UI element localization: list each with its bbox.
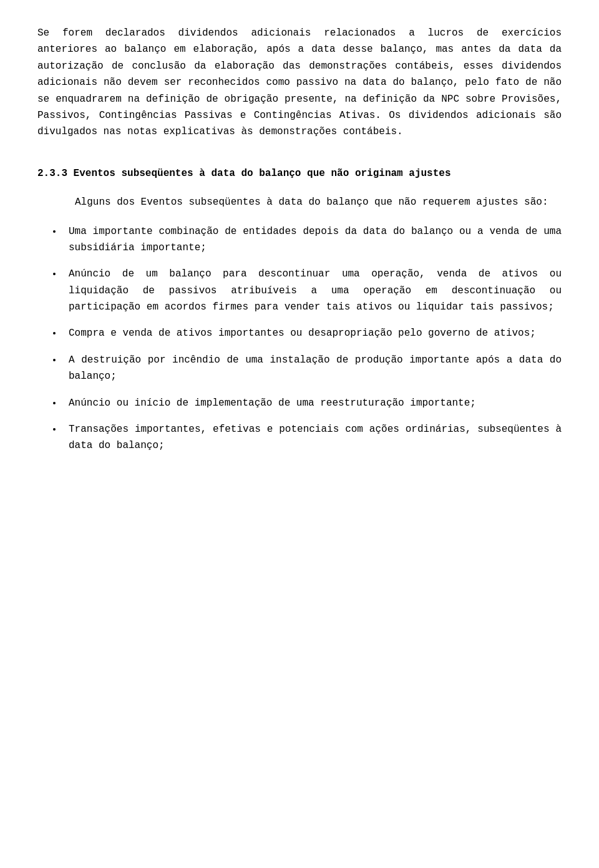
paragraph-1: Se forem declarados dividendos adicionai… — [37, 25, 562, 140]
bullet-item-4: A destruição por incêndio de uma instala… — [62, 352, 562, 385]
main-content: Se forem declarados dividendos adicionai… — [37, 25, 562, 454]
intro-paragraph: Alguns dos Eventos subseqüentes à data d… — [75, 194, 562, 210]
bullet-item-2: Anúncio de um balanço para descontinuar … — [62, 266, 562, 315]
bullet-item-3: Compra e venda de ativos importantes ou … — [62, 325, 562, 341]
bullet-item-5: Anúncio ou início de implementação de um… — [62, 395, 562, 411]
section-heading-233: 2.3.3 Eventos subseqüentes à data do bal… — [37, 165, 562, 182]
bullet-item-6: Transações importantes, efetivas e poten… — [62, 421, 562, 454]
bullet-item-1: Uma importante combinação de entidades d… — [62, 223, 562, 256]
bullet-list: Uma importante combinação de entidades d… — [62, 223, 562, 454]
